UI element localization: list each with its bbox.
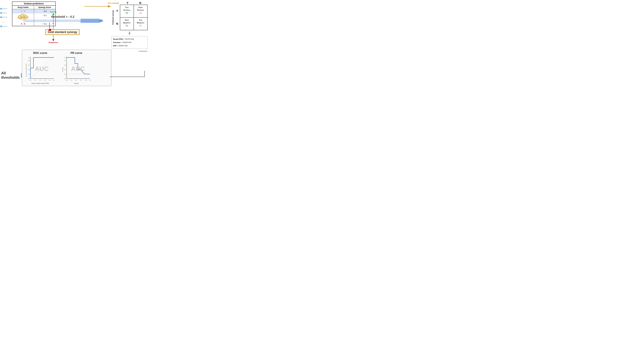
- drug-ab: A - B: [12, 9, 34, 13]
- cm-down-arrow: ⇓: [111, 31, 148, 36]
- svg-text:0.4: 0.4: [64, 69, 66, 70]
- svg-text:0.2: 0.2: [28, 73, 30, 75]
- true-synergy-arrow-svg: [84, 5, 111, 8]
- pr-curve-container: PR curve Precision 0.0 0.2 0.4 0.6 0.8 1…: [60, 52, 93, 84]
- recall-eq: = TP/(TP+FN): [124, 37, 134, 41]
- svg-line-36: [30, 57, 54, 78]
- roc-curve-svg: True Positive Rate (TPR) 0.0 0.2 0.4 0.6…: [25, 55, 55, 82]
- pr-curve-svg: Precision 0.0 0.2 0.4 0.6 0.8 1.0 0.0 0.…: [61, 55, 91, 82]
- precision-bold: Precision: [113, 41, 121, 44]
- left-arrow-4: [0, 25, 7, 28]
- cm-n-left: N: [114, 17, 120, 30]
- synergy-arrow-up: [52, 13, 54, 15]
- col1-header: Drug Combo: [12, 6, 34, 9]
- threshold-label: threshold = - 0.2: [51, 15, 75, 18]
- predicted-synergy-label-wrapper: Predicted synergy: [111, 5, 114, 30]
- roc-x-label: False Positive Rate (FPR): [31, 83, 49, 84]
- metrics-box: Recall (TPR) = TP/(TP+FN) Precision = TP…: [111, 36, 148, 49]
- cm-tp: True Positives (0): [120, 5, 134, 17]
- antagonism-arrow-down: [52, 39, 54, 41]
- precision-line: Precision = TP/(TP+FP): [113, 41, 146, 44]
- svg-text:0.6: 0.6: [44, 79, 46, 81]
- svg-text:0.8: 0.8: [64, 60, 66, 61]
- recall-line: Recall (TPR) = TP/(TP+FN): [113, 37, 146, 41]
- threshold-arrow: [23, 19, 103, 23]
- svg-text:1.0: 1.0: [53, 79, 55, 81]
- drug-cd: C - D C - D: [12, 13, 34, 17]
- connecting-arrow-svg: [110, 69, 148, 78]
- fpr-eq: = FP/(FP+TN): [117, 44, 127, 47]
- cm-fn-value: (1): [121, 24, 133, 27]
- recall-bold: Recall (TPR): [113, 37, 123, 41]
- cm-tp-value: (0): [121, 11, 133, 15]
- svg-text:0.6: 0.6: [28, 65, 30, 66]
- cm-fp: False Positives (1): [134, 5, 148, 17]
- cm-tp-label: True: [121, 6, 133, 9]
- true-synergy-arrow: True synergy: [84, 5, 111, 8]
- svg-text:0.2: 0.2: [34, 79, 36, 81]
- col2-header: Synergy Score: [34, 6, 56, 9]
- svg-text:0.4: 0.4: [75, 79, 77, 81]
- roc-curve-container: ROC curve True Positive Rate (TPR) 0.0 0…: [24, 52, 57, 84]
- curves-section: ROC curve True Positive Rate (TPR) 0.0 0…: [22, 50, 111, 86]
- cm-fp-value: (1): [135, 11, 147, 15]
- svg-text:0.0: 0.0: [66, 79, 68, 81]
- svg-text:1.0: 1.0: [64, 57, 66, 58]
- svg-text:0.0: 0.0: [28, 78, 30, 79]
- svg-text:0.8: 0.8: [85, 79, 87, 81]
- svg-rect-10: [23, 20, 99, 22]
- left-arrow-3: [0, 16, 7, 18]
- roc-curve-wrapper: True Positive Rate (TPR) 0.0 0.2 0.4 0.6…: [25, 55, 55, 82]
- roc-curve-title: ROC curve: [33, 52, 47, 55]
- cm-top-area: Y N: [111, 1, 148, 5]
- metrics-left-arrow-wrapper: [111, 50, 148, 53]
- svg-text:0.2: 0.2: [64, 73, 66, 75]
- svg-text:True Positive Rate (TPR): True Positive Rate (TPR): [26, 64, 27, 77]
- svg-text:0.0: 0.0: [29, 79, 31, 81]
- predicted-synergy-label: Predicted synergy: [112, 10, 114, 24]
- main-container: ... Drabme predictions Drug Combo Synerg…: [0, 0, 151, 87]
- cm-tp-p: P: [124, 9, 125, 11]
- fpr-line: FPR = FP/(FP+TN): [113, 44, 146, 47]
- cm-tn-value: (1): [135, 24, 147, 27]
- svg-text:1.0: 1.0: [89, 79, 91, 81]
- svg-text:0.4: 0.4: [28, 69, 30, 70]
- cm-y-left: Y: [114, 5, 120, 17]
- fpr-bold: FPR: [113, 44, 116, 47]
- cm-yn-top: Y N: [120, 1, 148, 5]
- cm-grid: True Positives (0) False Positives (1) F…: [120, 5, 148, 30]
- cm-tn-label: True: [135, 19, 147, 21]
- pr-curve-title: PR curve: [71, 52, 82, 55]
- left-arrow-2: [0, 12, 7, 14]
- cm-fn-label2: Negatives: [121, 21, 133, 24]
- svg-text:0.8: 0.8: [49, 79, 51, 81]
- red-arrow-svg: [48, 23, 51, 31]
- svg-text:0.8: 0.8: [28, 60, 30, 61]
- svg-text:0.2: 0.2: [71, 79, 72, 81]
- cm-fp-label: False: [135, 6, 147, 9]
- threshold-arrow-svg: [23, 19, 103, 23]
- synergy-label: Synergy: [50, 11, 57, 13]
- cm-fp-label2: Positives: [135, 9, 147, 12]
- svg-text:1.0: 1.0: [28, 57, 30, 58]
- svg-text:0.0: 0.0: [64, 78, 66, 79]
- cm-row-labels: Y N: [114, 5, 120, 30]
- cm-y-top: Y: [121, 1, 134, 5]
- all-thresholds-label: Allthresholds: [1, 71, 20, 80]
- cm-tn-label2: Negatives: [135, 21, 147, 24]
- left-arrows: ...: [0, 7, 7, 28]
- left-arrow-1: [0, 7, 7, 10]
- svg-text:Precision: Precision: [62, 67, 63, 72]
- drabme-table-title: Drabme predictions: [12, 2, 55, 6]
- left-dots: ...: [0, 20, 7, 23]
- confusion-matrix: Y N Predicted synergy Y N True Positives…: [111, 1, 148, 53]
- threshold-tick: [53, 23, 54, 24]
- cm-tp-t: T: [125, 6, 126, 8]
- svg-text:0.4: 0.4: [39, 79, 41, 81]
- pr-x-label: Recall: [74, 83, 78, 84]
- precision-eq: = TP/(TP+FP): [121, 41, 132, 44]
- red-down-arrow: [48, 23, 51, 31]
- svg-text:0.6: 0.6: [64, 65, 66, 66]
- cm-tp-label2: Positives: [121, 9, 133, 12]
- cm-tn: True Negatives (1): [134, 17, 148, 30]
